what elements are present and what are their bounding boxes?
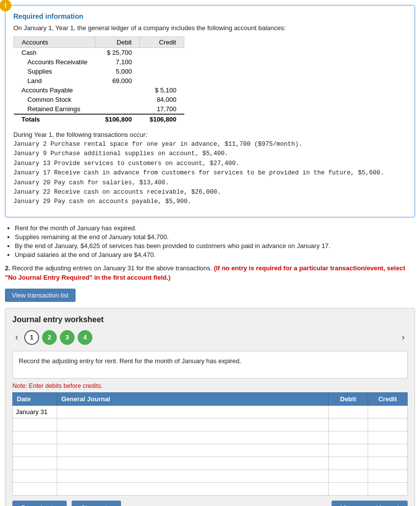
journal-row-5 [13,457,408,469]
journal-input[interactable] [60,447,325,454]
journal-row-6 [13,469,408,482]
view-general-journal-button[interactable]: View general journal [332,501,408,506]
table-row: Accounts Payable $ 5,100 [14,85,184,95]
intro-text: On January 1, Year 1, the general ledger… [13,24,407,32]
credit-input[interactable] [371,460,404,467]
credit-cell[interactable] [368,469,408,482]
record-entry-button[interactable]: Record entry [12,501,67,506]
accounts-header: Accounts [14,37,95,48]
debit-input[interactable] [332,460,365,467]
journal-input[interactable] [60,460,325,467]
journal-row-4 [13,444,408,457]
date-header: Date [13,392,57,405]
transactions-section: During Year 1, the following transaction… [13,131,407,207]
date-cell: January 31 [13,405,57,418]
journal-input[interactable] [60,472,325,480]
journal-input[interactable] [60,421,325,428]
credit-input[interactable] [371,421,404,428]
debit-cell[interactable] [329,457,368,469]
journal-entry-table: Date General Journal Debit Credit Januar… [12,392,408,496]
bullet-item: Rent for the month of January has expire… [15,224,415,232]
debit-cell[interactable] [329,418,368,431]
transactions-list: January 2 Purchase rental space for one … [13,140,407,207]
date-cell [13,469,57,482]
journal-cell[interactable] [57,482,329,495]
adjusting-bullets: Rent for the month of January has expire… [15,224,415,258]
journal-input[interactable] [60,485,325,493]
credit-input[interactable] [371,472,404,480]
debit-input[interactable] [332,408,365,416]
transaction-item: January 2 Purchase rental space for one … [13,140,407,149]
table-row: Retained Earnings 17,700 [14,104,184,114]
journal-row-7 [13,482,408,495]
bullet-item: Unpaid salaries at the end of January ar… [15,251,415,258]
journal-input[interactable] [60,434,325,441]
debit-cell[interactable] [329,482,368,495]
table-row: Supplies 5,000 [14,67,184,76]
prev-tab-arrow[interactable]: ‹ [12,331,21,343]
transaction-item: January 20 Pay cash for salaries, $13,40… [13,178,407,188]
tab-navigation: ‹ 1 2 3 4 › [12,330,408,345]
debit-cell[interactable] [329,444,368,457]
debit-input[interactable] [332,434,365,441]
journal-cell[interactable] [57,457,329,469]
debit-cell[interactable] [329,431,368,444]
transaction-item: January 22 Receive cash on accounts rece… [13,188,407,197]
totals-row: Totals $106,800 $106,800 [14,114,184,124]
clear-entry-button[interactable]: Clear entry [72,501,121,506]
journal-row-2 [13,418,408,431]
bullet-item: By the end of January, $4,625 of service… [15,242,415,250]
debit-header: Debit [95,37,140,48]
table-row: Common Stock 84,000 [14,95,184,104]
journal-cell[interactable] [57,431,329,444]
table-row: Accounts Receivable 7,100 [14,57,184,67]
required-info-title: Required information [13,12,407,20]
journal-row-3 [13,431,408,444]
debit-header: Debit [329,392,368,405]
credit-header: Credit [368,392,408,405]
date-cell [13,457,57,469]
debit-input[interactable] [332,485,365,493]
next-tab-arrow[interactable]: › [399,331,408,343]
journal-cell[interactable] [57,469,329,482]
tab-2[interactable]: 2 [42,330,57,345]
credit-input[interactable] [371,447,404,454]
debit-input[interactable] [332,447,365,454]
date-cell [13,418,57,431]
tab-1[interactable]: 1 [24,330,39,345]
journal-cell[interactable] [57,444,329,457]
debit-cell[interactable] [329,469,368,482]
credit-cell[interactable] [368,457,408,469]
credit-input[interactable] [371,434,404,441]
journal-worksheet-title: Journal entry worksheet [12,315,408,324]
entry-description: Record the adjusting entry for rent. Ren… [12,351,408,379]
credit-input[interactable] [371,485,404,493]
debit-input[interactable] [332,472,365,480]
credit-input[interactable] [371,408,404,416]
journal-row-1: January 31 [13,405,408,418]
credit-cell[interactable] [368,431,408,444]
view-transaction-list-button[interactable]: View transaction list [5,289,76,302]
journal-cell[interactable] [57,405,329,418]
debit-cell[interactable] [329,405,368,418]
credit-cell[interactable] [368,444,408,457]
credit-cell[interactable] [368,482,408,495]
transaction-item: January 29 Pay cash on accounts payable,… [13,197,407,207]
tab-3[interactable]: 3 [60,330,75,345]
journal-input[interactable] [60,408,325,416]
bottom-buttons: Record entry Clear entry View general jo… [12,501,408,506]
credit-cell[interactable] [368,405,408,418]
date-cell [13,482,57,495]
journal-worksheet-box: Journal entry worksheet ‹ 1 2 3 4 › Reco… [5,308,415,506]
tab-4[interactable]: 4 [78,330,92,345]
credit-cell[interactable] [368,418,408,431]
table-row: Cash $ 25,700 [14,48,184,58]
date-cell [13,431,57,444]
note-text: Note: Enter debits before credits. [12,382,408,389]
journal-cell[interactable] [57,418,329,431]
bullet-item: Supplies remaining at the end of January… [15,233,415,241]
transactions-intro: During Year 1, the following transaction… [13,131,407,138]
transaction-item: January 17 Receive cash in advance from … [13,169,407,178]
debit-input[interactable] [332,421,365,428]
table-row: Land 69,000 [14,76,184,85]
